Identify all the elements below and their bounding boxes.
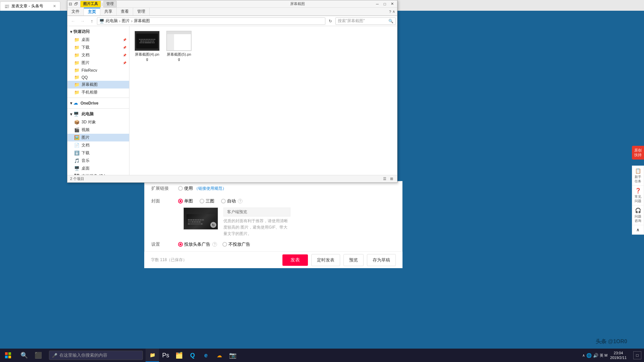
ad-option2[interactable]: 不投放广告 bbox=[222, 241, 250, 247]
sidebar-item-drive-c[interactable]: 💾 本地磁盘 (C:) bbox=[67, 172, 129, 175]
schedule-button[interactable]: 定时发表 bbox=[311, 254, 340, 266]
start-button[interactable] bbox=[0, 349, 16, 362]
tray-volume-icon[interactable]: 🔊 bbox=[593, 353, 598, 358]
draft-button[interactable]: 存为草稿 bbox=[367, 254, 396, 266]
ad-radio1[interactable] bbox=[178, 242, 183, 247]
sidebar-this-pc-header[interactable]: ▾ 🖥️ 此电脑 bbox=[67, 110, 129, 118]
pictures-pc-label: 图片 bbox=[82, 135, 90, 140]
grid-view-button[interactable]: ⊞ bbox=[388, 176, 394, 182]
ad-option1[interactable]: 投放头条广告 ? bbox=[178, 241, 217, 247]
use-radio-dot[interactable] bbox=[178, 186, 183, 191]
sidebar-item-downloads-pc[interactable]: ⬇️ 下载 bbox=[67, 149, 129, 157]
explorer-ribbon: 文件 主页 共享 查看 管理 ? ∧ bbox=[67, 8, 397, 16]
browser-tab-article[interactable]: 📰 发表文章 - 头条号 ✕ bbox=[0, 1, 60, 11]
sidebar-item-3d[interactable]: 📦 3D 对象 bbox=[67, 118, 129, 126]
sidebar-this-pc: ▾ 🖥️ 此电脑 📦 3D 对象 🎬 视频 🖼️ 图片 📄 bbox=[67, 110, 129, 175]
settings-row-container: 设置 投放头条广告 ? 不投放广告 bbox=[151, 241, 395, 247]
taskbar-app-qq-icon[interactable]: Q bbox=[186, 349, 199, 362]
filerecv-icon: 📁 bbox=[74, 68, 79, 73]
sidebar-quick-access-header[interactable]: ▾ 快速访问 bbox=[67, 27, 129, 36]
taskbar-search-box[interactable]: 🎤 在这里输入你搜索的内容 bbox=[49, 351, 143, 360]
ad-radio2[interactable] bbox=[222, 242, 227, 247]
ribbon-help-btn[interactable]: ? bbox=[389, 10, 391, 14]
ribbon-tab-picture-tools[interactable]: 图片工具 bbox=[80, 1, 101, 7]
scroll-up-widget[interactable]: ∧ bbox=[632, 225, 644, 235]
ribbon-tab-manage2[interactable]: 管理 bbox=[133, 8, 150, 15]
sidebar-item-desktop[interactable]: 📁 桌面 📌 bbox=[67, 36, 129, 44]
sidebar-item-docs-pc[interactable]: 📄 文档 bbox=[67, 141, 129, 149]
single-image-radio[interactable] bbox=[178, 199, 183, 203]
editor-bottom-bar: 字数 118（已保存） 发表 定时发表 预览 存为草稿 bbox=[144, 251, 402, 268]
ribbon-toggle-btn[interactable]: ∧ bbox=[392, 9, 395, 14]
tray-arrow-icon[interactable]: ∧ bbox=[582, 353, 585, 358]
sidebar-item-pictures-pc[interactable]: 🖼️ 图片 bbox=[67, 134, 129, 141]
consult-label: 问题 咨询 bbox=[633, 214, 643, 223]
file-item-screenshot4[interactable]: 屏幕截图(4).png bbox=[133, 29, 161, 62]
tray-network-icon[interactable]: 🌐 bbox=[586, 353, 592, 358]
breadcrumb-pc[interactable]: 此电脑 bbox=[106, 18, 118, 24]
ribbon-tab-manage[interactable]: 管理 bbox=[103, 1, 117, 7]
ad-help-icon[interactable]: ? bbox=[212, 242, 217, 247]
minimize-button[interactable]: ─ bbox=[374, 1, 381, 7]
settings-label: 设置 bbox=[151, 241, 178, 247]
client-preview-btn[interactable]: 客户端预览 bbox=[223, 207, 290, 217]
ribbon-tab-file[interactable]: 文件 bbox=[67, 8, 84, 15]
nav-forward-button[interactable]: → bbox=[78, 17, 87, 25]
consult-widget[interactable]: 🎧 问题 咨询 bbox=[632, 205, 644, 225]
single-image-option[interactable]: 单图 bbox=[178, 198, 193, 204]
sidebar-item-desktop-pc[interactable]: 🖥️ 桌面 bbox=[67, 165, 129, 172]
faq-widget[interactable]: ❓ 常见 问题 bbox=[632, 186, 644, 205]
this-pc-icon: 🖥️ bbox=[73, 112, 79, 117]
cover-refresh-button[interactable]: ↻ bbox=[210, 222, 216, 228]
close-button[interactable]: ✕ bbox=[388, 1, 396, 7]
sidebar-item-qq[interactable]: 📁 QQ bbox=[67, 74, 129, 81]
sidebar-item-phone-album[interactable]: 📁 手机相册 bbox=[67, 88, 129, 96]
taskbar-app-ie[interactable]: e bbox=[199, 349, 213, 362]
auto-option[interactable]: 自动 ? bbox=[221, 198, 243, 204]
three-image-radio[interactable] bbox=[200, 199, 204, 203]
taskbar-app-file-mgr[interactable]: 🗂️ bbox=[172, 349, 186, 362]
sidebar-item-documents[interactable]: 📁 文档 📌 bbox=[67, 51, 129, 59]
sidebar-item-music[interactable]: 🎵 音乐 bbox=[67, 157, 129, 165]
sidebar-item-downloads[interactable]: 📁 下载 📌 bbox=[67, 44, 129, 51]
tray-lang-icon[interactable]: 英 M bbox=[600, 353, 607, 358]
taskbar-task-view-icon[interactable]: ⬛ bbox=[32, 349, 45, 362]
breadcrumb-screenshots[interactable]: 屏幕截图 bbox=[134, 18, 150, 24]
taskbar-app-uc[interactable]: ☁ bbox=[213, 349, 226, 362]
cover-thumbnail[interactable]: ↻ bbox=[183, 207, 218, 230]
three-image-option[interactable]: 三图 bbox=[200, 198, 214, 204]
taskbar-app-ps[interactable]: Ps bbox=[159, 349, 172, 362]
breadcrumb-pictures[interactable]: 图片 bbox=[122, 18, 130, 24]
ribbon-tab-share[interactable]: 共享 bbox=[100, 8, 117, 15]
sidebar-item-filerecv[interactable]: 📁 FileRecv bbox=[67, 67, 129, 74]
list-view-button[interactable]: ☰ bbox=[382, 176, 388, 182]
tab-close-icon[interactable]: ✕ bbox=[53, 4, 56, 8]
sidebar-item-videos[interactable]: 🎬 视频 bbox=[67, 126, 129, 134]
ribbon-tab-home[interactable]: 主页 bbox=[84, 8, 100, 15]
nav-back-button[interactable]: ← bbox=[69, 17, 77, 25]
taskbar-app-cam[interactable]: 📷 bbox=[226, 349, 239, 362]
sidebar-item-pictures[interactable]: 📁 图片 📌 bbox=[67, 59, 129, 67]
file-item-screenshot5[interactable]: 屏幕截图(5).png bbox=[165, 29, 193, 62]
newbie-tasks-widget[interactable]: 📋 新手 任务 bbox=[632, 166, 644, 186]
sidebar-onedrive-header[interactable]: ▾ ☁ OneDrive bbox=[67, 99, 129, 107]
use-radio-option[interactable]: 使用 （链接使用规范） bbox=[178, 185, 226, 191]
address-bar[interactable]: 🖥️ 此电脑 › 图片 › 屏幕截图 bbox=[97, 17, 325, 25]
publish-button[interactable]: 发表 bbox=[282, 254, 308, 266]
maximize-button[interactable]: □ bbox=[381, 1, 388, 7]
auto-radio[interactable] bbox=[221, 199, 226, 203]
preview-button[interactable]: 预览 bbox=[343, 254, 364, 266]
sidebar-item-screenshots[interactable]: 📁 屏幕截图 bbox=[67, 81, 129, 88]
address-refresh-btn[interactable]: ↻ bbox=[326, 17, 335, 25]
link-rules-text[interactable]: （链接使用规范） bbox=[194, 186, 226, 191]
original-support-widget[interactable]: 原创 扶持 bbox=[632, 146, 644, 160]
taskbar-search-icon[interactable]: 🔍 bbox=[17, 349, 31, 362]
qq-label: QQ bbox=[82, 75, 88, 80]
explorer-search-box[interactable]: 搜索"屏幕截图" 🔍 bbox=[335, 17, 396, 25]
auto-help-icon[interactable]: ? bbox=[238, 199, 243, 203]
notification-button[interactable]: □ bbox=[633, 351, 641, 359]
system-clock[interactable]: 23:04 2019/2/11 bbox=[610, 351, 627, 360]
taskbar-app-explorer[interactable]: 📁 bbox=[146, 349, 159, 362]
nav-up-button[interactable]: ↑ bbox=[88, 17, 96, 25]
ribbon-tab-view[interactable]: 查看 bbox=[117, 8, 133, 15]
